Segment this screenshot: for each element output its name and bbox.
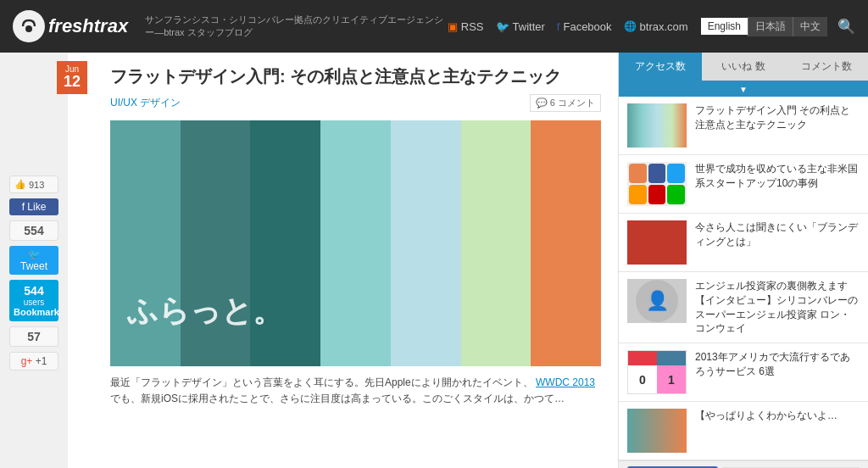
sidebar-item-6[interactable]: 【やっぱりよくわからないよ… [619, 402, 868, 460]
content-area: フラットデザイン入門: その利点と注意点と主なテクニック UI/UX デザイン … [68, 53, 618, 468]
facebook-link[interactable]: f Facebook [557, 20, 612, 33]
date-badge: Jun 12 [57, 61, 87, 94]
sidebar-thumb-5: 0 1 [627, 350, 687, 394]
twitter-link[interactable]: 🐦 Twitter [496, 20, 545, 33]
comment-badge[interactable]: 💬 6 コメント [530, 94, 601, 112]
twitter-bird-icon: 🐦 [28, 248, 41, 260]
sidebar-item-5-title: 2013年アメリカで大流行するであろうサービス 6選 [695, 350, 860, 379]
fb-icon: f [22, 201, 25, 213]
globe-icon: 🌐 [624, 20, 637, 32]
right-sidebar: アクセス数 いいね 数 コメント数 ▼ フラットデザイン入門 その利点と注意点と… [618, 53, 868, 468]
color-strip-5 [391, 120, 461, 366]
lang-chinese[interactable]: 中文 [793, 17, 827, 36]
tab-comments[interactable]: コメント数 [785, 53, 868, 81]
sidebar-thumb-3 [627, 220, 687, 265]
tab-access[interactable]: アクセス数 [619, 53, 702, 81]
article-body: 最近「フラットデザイン」という言葉をよく耳にする。先日Appleにより開かれたイ… [110, 375, 601, 407]
btrax-link[interactable]: 🌐 btrax.com [624, 20, 688, 33]
color-strip-7 [531, 120, 601, 366]
tab-indicator: ▼ [619, 81, 868, 97]
lang-japanese[interactable]: 日本語 [748, 17, 793, 36]
nav-links: ▣ RSS 🐦 Twitter f Facebook 🌐 btrax.com [448, 20, 688, 33]
logo-text: freshtrax [48, 15, 128, 37]
sidebar-item-3[interactable]: 今さら人こは聞きにくい「ブランディングとは」 [619, 214, 868, 272]
article-category[interactable]: UI/UX デザイン [110, 96, 181, 110]
header: freshtrax サンフランシスコ・シリコンバレー拠点のクリエイティブエージェ… [0, 0, 868, 53]
sidebar-item-3-title: 今さら人こは聞きにくい「ブランディングとは」 [695, 220, 860, 249]
lang-switcher: English 日本語 中文 [701, 17, 827, 36]
hero-text-overlay: ふらっと。 [127, 291, 283, 332]
lang-english[interactable]: English [701, 18, 748, 35]
tagline: サンフランシスコ・シリコンバレー拠点のクリエイティブエージェンシー—btrax … [145, 14, 448, 39]
article-hero-container: ふらっと。 [110, 120, 601, 366]
twitter-icon: 🐦 [496, 20, 509, 33]
gplus-icon: g+ [21, 355, 33, 367]
date-day: 12 [57, 74, 87, 91]
share-count: 554 [9, 220, 58, 241]
facebook-icon: f [557, 20, 560, 33]
social-sidebar: 👍 913 f Like 554 🐦 Tweet 544 users Bookm… [0, 53, 68, 468]
main: 👍 913 f Like 554 🐦 Tweet 544 users Bookm… [0, 53, 868, 468]
rss-link[interactable]: ▣ RSS [448, 20, 484, 33]
sidebar-item-5[interactable]: 0 1 2013年アメリカで大流行するであろうサービス 6選 [619, 343, 868, 402]
like-count[interactable]: 👍 913 [9, 176, 58, 193]
sidebar-thumb-2 [627, 162, 687, 206]
tweet-btn[interactable]: 🐦 Tweet [9, 246, 58, 275]
search-icon[interactable]: 🔍 [837, 18, 855, 36]
sidebar-tabs: アクセス数 いいね 数 コメント数 [619, 53, 868, 81]
bookmark-btn[interactable]: 544 users Bookmark [9, 280, 58, 321]
facebook-like-btn[interactable]: f Like [9, 198, 58, 215]
logo-icon [13, 10, 45, 42]
color-strip-6 [461, 120, 531, 366]
tab-likes[interactable]: いいね 数 [702, 53, 785, 81]
plus-count: 57 [9, 326, 58, 347]
article-meta: UI/UX デザイン 💬 6 コメント [110, 94, 601, 112]
gplus-btn[interactable]: g+ +1 [9, 352, 58, 370]
sidebar-item-4-title: エンジェル投資家の裏側教えます【インタビュー】シリコンバレーのスーパーエンジェル… [695, 279, 860, 336]
sidebar-item-2-title: 世界で成功を収めている主な非米国系スタートアップ10の事例 [695, 162, 860, 191]
sidebar-item-1[interactable]: フラットデザイン入門 その利点と注意点と主なテクニック [619, 97, 868, 155]
sidebar-thumb-1 [627, 103, 687, 148]
sidebar-item-4[interactable]: 👤 エンジェル投資家の裏側教えます【インタビュー】シリコンバレーのスーパーエンジ… [619, 272, 868, 343]
sidebar-thumb-6 [627, 409, 687, 453]
article-title: フラットデザイン入門: その利点と注意点と主なテクニック [110, 65, 601, 87]
thumb-up-icon: 👍 [14, 179, 26, 190]
sidebar-item-2[interactable]: 世界で成功を収めている主な非米国系スタートアップ10の事例 [619, 155, 868, 214]
comment-icon: 💬 [536, 98, 548, 109]
rss-icon: ▣ [448, 20, 458, 33]
recommend-bar: 👍 Recommend [619, 460, 868, 468]
sidebar-item-6-title: 【やっぱりよくわからないよ… [695, 409, 837, 423]
svg-point-0 [25, 25, 32, 32]
sidebar-thumb-4: 👤 [627, 279, 687, 323]
sidebar-item-1-title: フラットデザイン入門 その利点と注意点と主なテクニック [695, 103, 860, 132]
color-strip-4 [320, 120, 391, 366]
logo-area: freshtrax [13, 10, 128, 42]
wwdc-link[interactable]: WWDC 2013 [536, 376, 595, 388]
